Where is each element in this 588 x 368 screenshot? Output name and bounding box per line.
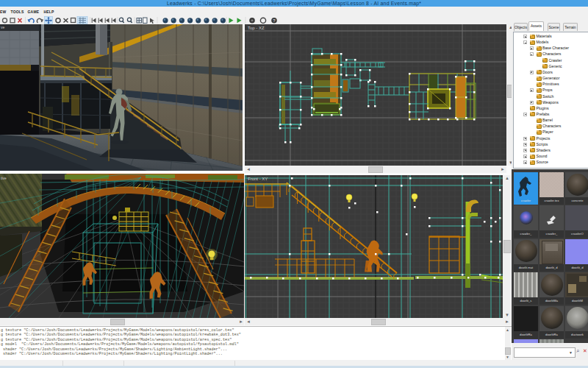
svg-text:Top - XZ: Top - XZ (248, 26, 265, 30)
svg-text:Front - XY: Front - XY (248, 177, 268, 181)
svg-text:ve: ve (1, 25, 5, 29)
svg-text:tive: tive (1, 176, 7, 180)
